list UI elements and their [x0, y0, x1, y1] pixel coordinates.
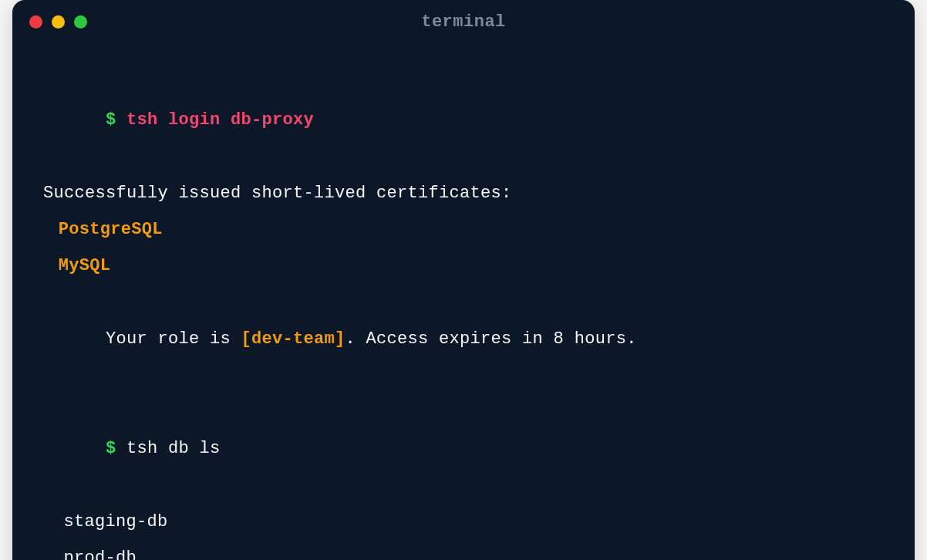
terminal-window: terminal $ tsh login db-proxy Successful… — [12, 0, 915, 560]
role-pre: Your role is — [106, 329, 241, 349]
close-icon[interactable] — [29, 15, 42, 29]
db-item: prod-db — [43, 540, 884, 560]
traffic-lights — [29, 15, 87, 29]
command-line: $ tsh login db-proxy — [43, 66, 884, 175]
window-title: terminal — [28, 12, 899, 32]
db-item: staging-db — [43, 504, 884, 540]
role-post: . Access expires in 8 hours. — [346, 329, 637, 349]
output-line: Successfully issued short-lived certific… — [43, 175, 884, 211]
command-text: tsh login db-proxy — [126, 110, 314, 130]
titlebar: terminal — [12, 0, 915, 41]
prompt-sign: $ — [106, 439, 116, 458]
role-bracket: [dev-team] — [241, 329, 346, 349]
minimize-icon[interactable] — [52, 15, 65, 29]
maximize-icon[interactable] — [74, 15, 87, 29]
role-line: Your role is [dev-team]. Access expires … — [43, 285, 884, 394]
prompt-sign: $ — [106, 110, 116, 130]
cert-item: MySQL — [43, 248, 884, 284]
terminal-body[interactable]: $ tsh login db-proxy Successfully issued… — [12, 41, 915, 560]
command-text: tsh db ls — [126, 439, 221, 458]
command-line: $ tsh db ls — [43, 394, 884, 504]
cert-item: PostgreSQL — [43, 211, 884, 248]
